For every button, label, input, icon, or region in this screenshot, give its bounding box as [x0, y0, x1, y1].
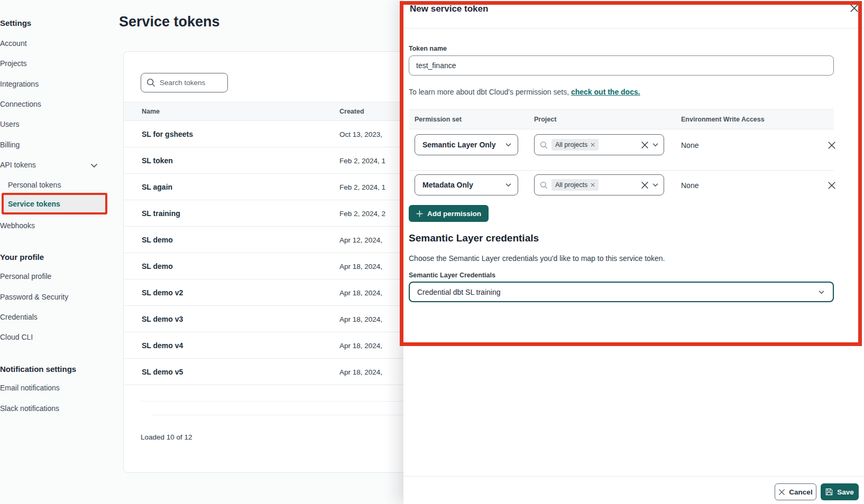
token-name: SL again — [142, 183, 172, 191]
clear-selection-icon[interactable] — [641, 141, 649, 149]
chevron-down-icon — [819, 290, 824, 294]
column-header-created: Created — [339, 108, 364, 115]
token-name: SL token — [142, 156, 173, 165]
sidebar-item-slack-notifications[interactable]: Slack notifications — [0, 404, 59, 413]
token-name: SL demo v3 — [142, 315, 183, 323]
column-header-name: Name — [142, 108, 160, 115]
settings-sidebar: Settings Account Projects Integrations C… — [0, 0, 113, 504]
sidebar-item-api-tokens[interactable]: API tokens — [0, 161, 36, 169]
close-icon — [778, 489, 785, 496]
token-name: SL demo — [142, 262, 173, 270]
permission-set-select[interactable]: Metadata Only — [415, 174, 518, 195]
semantic-layer-credentials-heading: Semantic Layer credentials — [409, 232, 539, 244]
permission-set-select[interactable]: Semantic Layer Only — [415, 134, 518, 155]
sidebar-heading-settings: Settings — [0, 18, 31, 27]
project-chip-label: All projects — [555, 181, 587, 189]
divider — [409, 170, 834, 171]
sidebar-item-users[interactable]: Users — [0, 120, 20, 128]
drawer-title: New service token — [410, 4, 488, 14]
save-icon — [825, 488, 833, 496]
column-header-environment-write-access: Environment Write Access — [681, 116, 765, 123]
save-button[interactable]: Save — [821, 483, 859, 500]
sidebar-item-projects[interactable]: Projects — [0, 59, 27, 68]
column-header-project: Project — [534, 116, 556, 123]
credentials-value: Credential dbt SL training — [417, 288, 819, 296]
permissions-header: Permission set Project Environment Write… — [409, 109, 834, 129]
token-name: SL for gsheets — [142, 130, 193, 138]
token-name: SL demo v4 — [142, 341, 183, 350]
sidebar-item-account[interactable]: Account — [0, 39, 27, 48]
docs-link[interactable]: check out the docs. — [571, 88, 640, 96]
token-name: SL demo v2 — [142, 288, 183, 297]
sidebar-item-billing[interactable]: Billing — [0, 141, 20, 149]
token-created: Apr 18, 2024, — [339, 315, 382, 323]
environment-write-access-value: None — [681, 181, 698, 190]
close-icon[interactable] — [850, 4, 859, 13]
token-created: Apr 12, 2024, — [339, 236, 382, 244]
search-icon — [146, 78, 155, 87]
project-multiselect[interactable]: All projects — [534, 134, 664, 155]
chevron-down-icon — [505, 143, 511, 147]
search-icon — [540, 141, 548, 149]
token-name: SL training — [142, 209, 180, 218]
cancel-label: Cancel — [789, 488, 812, 496]
project-chip-label: All projects — [555, 141, 587, 148]
remove-permission-row-icon[interactable] — [828, 181, 836, 190]
add-permission-label: Add permission — [427, 210, 481, 218]
chevron-down-icon — [652, 183, 658, 187]
chevron-down-icon — [505, 183, 511, 187]
token-name: SL demo — [142, 236, 173, 244]
permission-docs-text: To learn more about dbt Cloud's permissi… — [409, 88, 640, 96]
plus-icon — [416, 210, 423, 217]
semantic-layer-credentials-description: Choose the Semantic Layer credentials yo… — [409, 254, 665, 263]
sidebar-item-service-tokens-label: Service tokens — [8, 200, 60, 208]
sidebar-item-service-tokens-annotated[interactable]: Service tokens — [2, 193, 107, 214]
loaded-status: Loaded 10 of 12 — [141, 433, 192, 441]
chip-remove-icon[interactable] — [591, 143, 595, 147]
sidebar-item-personal-tokens[interactable]: Personal tokens — [8, 181, 61, 189]
token-created: Apr 18, 2024, — [339, 342, 382, 350]
sidebar-heading-notification-settings: Notification settings — [0, 365, 76, 374]
credentials-select-label: Semantic Layer Credentials — [409, 272, 495, 279]
environment-write-access-value: None — [681, 141, 698, 150]
token-name-label: Token name — [409, 45, 447, 52]
token-created: Feb 2, 2024, 1 — [339, 157, 385, 165]
sidebar-item-webhooks[interactable]: Webhooks — [0, 221, 35, 230]
sidebar-heading-your-profile: Your profile — [0, 253, 44, 262]
token-created: Apr 18, 2024, — [339, 368, 382, 376]
chevron-down-icon — [90, 163, 98, 168]
page-title: Service tokens — [119, 14, 220, 30]
column-header-permission-set: Permission set — [415, 116, 462, 123]
chevron-down-icon — [652, 143, 658, 147]
sidebar-item-cloud-cli[interactable]: Cloud CLI — [0, 333, 33, 341]
sidebar-item-email-notifications[interactable]: Email notifications — [0, 384, 60, 392]
docs-text: To learn more about dbt Cloud's permissi… — [409, 88, 569, 96]
remove-permission-row-icon[interactable] — [828, 141, 836, 150]
sidebar-item-integrations[interactable]: Integrations — [0, 80, 39, 88]
new-service-token-drawer: New service token Token name To learn mo… — [403, 0, 864, 504]
project-chip[interactable]: All projects — [552, 179, 599, 191]
sidebar-item-connections[interactable]: Connections — [0, 100, 41, 108]
sidebar-item-password-security[interactable]: Password & Security — [0, 293, 68, 301]
sidebar-item-credentials[interactable]: Credentials — [0, 313, 38, 321]
add-permission-button[interactable]: Add permission — [409, 205, 489, 222]
permission-set-value: Semantic Layer Only — [422, 141, 505, 149]
sidebar-item-personal-profile[interactable]: Personal profile — [0, 272, 51, 281]
credentials-select[interactable]: Credential dbt SL training — [409, 282, 834, 302]
project-chip[interactable]: All projects — [552, 139, 599, 151]
token-created: Apr 18, 2024, — [339, 263, 382, 270]
search-tokens-box[interactable] — [141, 73, 228, 92]
clear-selection-icon[interactable] — [641, 181, 649, 189]
project-multiselect[interactable]: All projects — [534, 174, 664, 195]
search-icon — [540, 181, 548, 189]
token-name-input[interactable] — [409, 55, 834, 76]
search-input[interactable] — [160, 79, 218, 87]
divider — [403, 476, 864, 477]
chip-remove-icon[interactable] — [591, 183, 595, 187]
permission-set-value: Metadata Only — [422, 181, 505, 189]
cancel-button[interactable]: Cancel — [775, 483, 816, 500]
token-created: Feb 2, 2024, 2 — [339, 210, 385, 218]
save-label: Save — [837, 488, 854, 496]
token-created: Oct 13, 2023, — [339, 130, 382, 138]
token-created: Apr 18, 2024, — [339, 289, 382, 297]
